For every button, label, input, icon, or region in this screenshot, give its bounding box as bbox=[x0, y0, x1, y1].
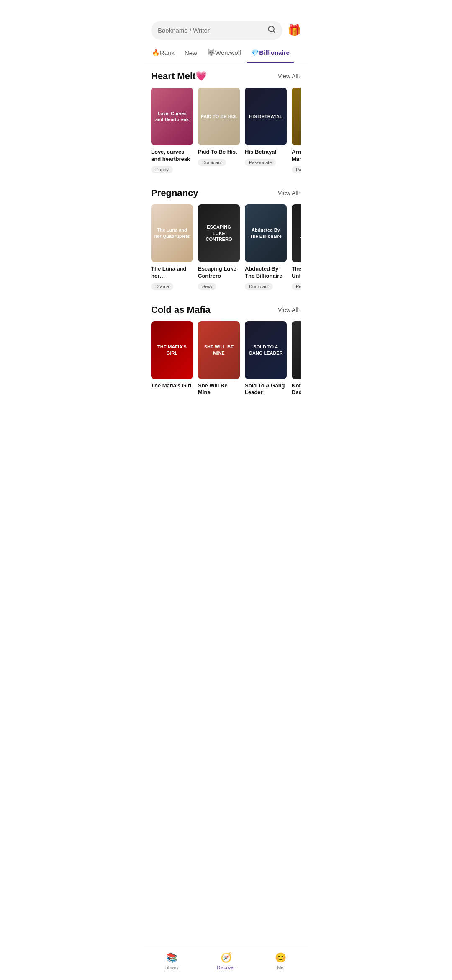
book-card-am[interactable]: Arranged MarriageArranged MarriagePassio… bbox=[292, 88, 301, 173]
section-heart-melt: Heart Melt💗View All ›Love, Curves and He… bbox=[144, 63, 308, 180]
main-content: Heart Melt💗View All ›Love, Curves and He… bbox=[144, 63, 308, 439]
book-title-hb: His Betrayal bbox=[245, 149, 287, 156]
book-cover-tmg: THE MAFIA'S GIRL bbox=[151, 321, 193, 379]
book-tag-elc: Sexy bbox=[198, 283, 216, 290]
book-cover-inner-tmg: THE MAFIA'S GIRL bbox=[151, 321, 193, 379]
book-card-hb[interactable]: HIS BETRAYALHis BetrayalPassionate bbox=[245, 88, 287, 173]
book-title-luna: The Luna and her Quadruple… bbox=[151, 266, 193, 280]
book-cover-inner-ptbh: PAID TO BE HIS. bbox=[198, 88, 240, 145]
book-tag-ptbh: Dominant bbox=[198, 159, 226, 166]
book-title-lch: Love, curves and heartbreak bbox=[151, 149, 193, 163]
section-title-heart-melt: Heart Melt💗 bbox=[151, 71, 207, 82]
book-card-swbm[interactable]: SHE WILL BE MINEShe Will Be Mine bbox=[198, 321, 240, 399]
book-cover-inner-tsu: The She Unforgotten bbox=[292, 204, 301, 262]
books-row-pregnancy: The Luna and her QuadrupletsThe Luna and… bbox=[151, 204, 301, 294]
view-all-arrow: › bbox=[299, 73, 301, 80]
view-all-arrow: › bbox=[299, 190, 301, 196]
book-title-stgl: Sold To A Gang Leader bbox=[245, 382, 287, 397]
search-input[interactable] bbox=[158, 27, 267, 34]
book-card-lch[interactable]: Love, Curves and HeartbreakLove, curves … bbox=[151, 88, 193, 173]
book-card-tsu[interactable]: The She UnforgottenThe She Unforgo…Prote… bbox=[292, 204, 301, 290]
book-cover-stgl: SOLD TO A GANG LEADER bbox=[245, 321, 287, 379]
search-bar[interactable] bbox=[151, 21, 282, 40]
book-card-luna[interactable]: The Luna and her QuadrupletsThe Luna and… bbox=[151, 204, 193, 290]
book-title-ntdp: Not The Daddy… bbox=[292, 382, 301, 397]
book-cover-inner-abtb: Abducted By The Billionaire bbox=[245, 204, 287, 262]
book-card-stgl[interactable]: SOLD TO A GANG LEADERSold To A Gang Lead… bbox=[245, 321, 287, 399]
nav-tab-billionaire[interactable]: 💎Billionaire bbox=[247, 45, 294, 63]
book-title-elc: Escaping Luke Contrero bbox=[198, 266, 240, 280]
book-title-tsu: The She Unforgo… bbox=[292, 266, 301, 280]
view-all-cold-as-mafia[interactable]: View All › bbox=[278, 307, 301, 313]
book-cover-inner-am: Arranged Marriage bbox=[292, 88, 301, 145]
book-cover-inner-swbm: SHE WILL BE MINE bbox=[198, 321, 240, 379]
gift-button[interactable]: 🎁 bbox=[288, 24, 301, 37]
book-card-elc[interactable]: ESCAPING LUKE CONTREROEscaping Luke Cont… bbox=[198, 204, 240, 290]
book-cover-ptbh: PAID TO BE HIS. bbox=[198, 88, 240, 145]
book-tag-tsu: Protec… bbox=[292, 283, 301, 290]
book-title-abtb: Abducted By The Billionaire bbox=[245, 266, 287, 280]
nav-tab-rank[interactable]: 🔥Rank bbox=[148, 45, 179, 63]
book-tag-luna: Drama bbox=[151, 283, 173, 290]
section-cold-as-mafia: Cold as MafiaView All ›THE MAFIA'S GIRLT… bbox=[144, 297, 308, 406]
book-tag-abtb: Dominant bbox=[245, 283, 273, 290]
book-cover-luna: The Luna and her Quadruplets bbox=[151, 204, 193, 262]
book-cover-lch: Love, Curves and Heartbreak bbox=[151, 88, 193, 145]
book-cover-inner-lch: Love, Curves and Heartbreak bbox=[151, 88, 193, 145]
header: 🎁 bbox=[144, 0, 308, 45]
book-cover-tsu: The She Unforgotten bbox=[292, 204, 301, 262]
section-title-cold-as-mafia: Cold as Mafia bbox=[151, 304, 211, 315]
book-cover-elc: ESCAPING LUKE CONTRERO bbox=[198, 204, 240, 262]
book-cover-inner-hb: HIS BETRAYAL bbox=[245, 88, 287, 145]
book-cover-hb: HIS BETRAYAL bbox=[245, 88, 287, 145]
book-cover-inner-ntdp: NOT THE DADDY bbox=[292, 321, 301, 379]
book-tag-am: Passionate bbox=[292, 166, 301, 173]
book-tag-lch: Happy bbox=[151, 166, 173, 173]
nav-tab-new[interactable]: New bbox=[180, 45, 201, 63]
book-title-swbm: She Will Be Mine bbox=[198, 382, 240, 397]
section-pregnancy: PregnancyView All ›The Luna and her Quad… bbox=[144, 180, 308, 297]
book-card-tmg[interactable]: THE MAFIA'S GIRLThe Mafia's Girl bbox=[151, 321, 193, 399]
view-all-heart-melt[interactable]: View All › bbox=[278, 73, 301, 80]
search-button[interactable] bbox=[267, 25, 276, 36]
book-cover-inner-elc: ESCAPING LUKE CONTRERO bbox=[198, 204, 240, 262]
book-cover-inner-stgl: SOLD TO A GANG LEADER bbox=[245, 321, 287, 379]
section-title-pregnancy: Pregnancy bbox=[151, 188, 198, 199]
book-cover-abtb: Abducted By The Billionaire bbox=[245, 204, 287, 262]
book-card-abtb[interactable]: Abducted By The BillionaireAbducted By T… bbox=[245, 204, 287, 290]
book-cover-am: Arranged Marriage bbox=[292, 88, 301, 145]
books-row-heart-melt: Love, Curves and HeartbreakLove, curves … bbox=[151, 88, 301, 177]
book-card-ntdp[interactable]: NOT THE DADDYNot The Daddy… bbox=[292, 321, 301, 399]
book-tag-hb: Passionate bbox=[245, 159, 276, 166]
book-title-am: Arranged Marriage bbox=[292, 149, 301, 163]
book-title-ptbh: Paid To Be His. bbox=[198, 149, 240, 156]
nav-tab-werewolf[interactable]: 🐺Werewolf bbox=[203, 45, 245, 63]
book-title-tmg: The Mafia's Girl bbox=[151, 382, 193, 389]
book-cover-inner-luna: The Luna and her Quadruplets bbox=[151, 204, 193, 262]
books-row-cold-as-mafia: THE MAFIA'S GIRLThe Mafia's GirlSHE WILL… bbox=[151, 321, 301, 402]
view-all-arrow: › bbox=[299, 307, 301, 313]
view-all-pregnancy[interactable]: View All › bbox=[278, 190, 301, 196]
book-cover-swbm: SHE WILL BE MINE bbox=[198, 321, 240, 379]
book-cover-ntdp: NOT THE DADDY bbox=[292, 321, 301, 379]
book-card-ptbh[interactable]: PAID TO BE HIS.Paid To Be His.Dominant bbox=[198, 88, 240, 173]
nav-tabs: 🔥RankNew🐺Werewolf💎Billionaire bbox=[144, 45, 308, 63]
svg-line-1 bbox=[273, 31, 275, 33]
